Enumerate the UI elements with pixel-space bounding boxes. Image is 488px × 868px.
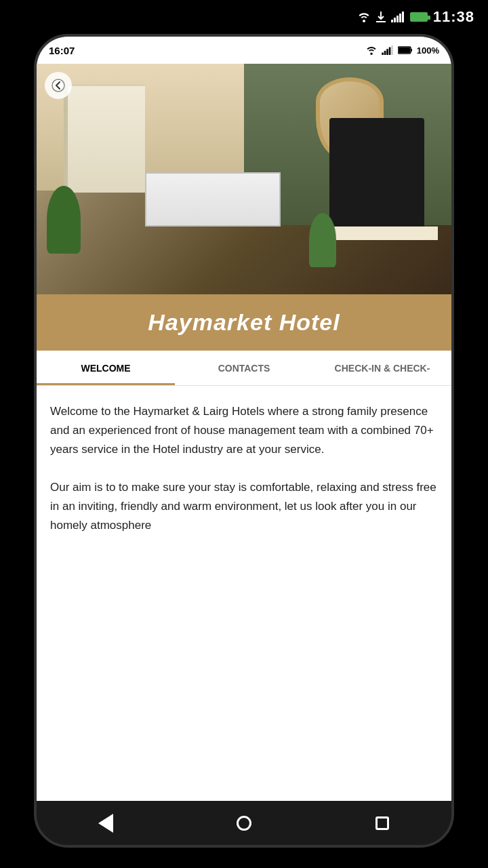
svg-rect-13 <box>411 49 412 52</box>
phone-device: 16:07 100% <box>34 34 454 848</box>
outer-clock: 11:38 <box>433 8 474 26</box>
welcome-paragraph-1: Welcome to the Haymarket & Lairg Hotels … <box>50 402 438 459</box>
back-button[interactable] <box>45 72 72 99</box>
tab-checkin[interactable]: CHECK-IN & CHECK- <box>313 351 451 385</box>
inner-status-bar: 16:07 100% <box>37 37 451 64</box>
svg-rect-7 <box>384 51 386 55</box>
welcome-paragraph-2: Our aim is to to make sure your stay is … <box>50 478 438 535</box>
signal-icon <box>391 12 405 22</box>
svg-rect-4 <box>399 14 401 22</box>
battery-icon <box>410 12 428 22</box>
hotel-banner: Haymarket Hotel <box>37 294 451 351</box>
svg-rect-2 <box>394 18 396 22</box>
outer-status-bar: 11:38 <box>0 0 488 34</box>
content-area: Welcome to the Haymarket & Lairg Hotels … <box>37 386 451 801</box>
tab-welcome[interactable]: WELCOME <box>37 351 175 385</box>
hotel-image <box>37 64 451 294</box>
home-nav-button[interactable] <box>227 806 261 840</box>
svg-rect-1 <box>391 20 393 22</box>
wifi-icon <box>357 12 371 22</box>
inner-signal-icon <box>382 45 394 55</box>
back-nav-icon <box>98 814 113 833</box>
hotel-name: Haymarket Hotel <box>148 309 340 335</box>
outer-status-icons <box>357 12 428 22</box>
svg-rect-3 <box>396 16 399 22</box>
svg-point-14 <box>52 79 64 92</box>
recent-nav-button[interactable] <box>365 806 399 840</box>
arrow-left-icon <box>52 79 65 92</box>
svg-rect-5 <box>402 12 404 22</box>
svg-rect-12 <box>399 47 410 53</box>
download-icon <box>376 12 386 22</box>
svg-rect-0 <box>376 21 386 22</box>
recent-nav-icon <box>375 816 389 830</box>
tab-bar: WELCOME CONTACTS CHECK-IN & CHECK- <box>37 351 451 386</box>
battery-percent: 100% <box>417 45 439 56</box>
inner-battery-icon <box>398 46 413 54</box>
svg-rect-8 <box>386 49 388 55</box>
back-nav-button[interactable] <box>89 806 123 840</box>
bottom-nav <box>37 802 451 845</box>
inner-clock: 16:07 <box>49 45 75 56</box>
svg-rect-6 <box>382 53 384 56</box>
inner-wifi-icon <box>365 45 378 55</box>
inner-status-icons: 100% <box>365 45 439 56</box>
svg-rect-10 <box>391 45 393 55</box>
tab-contacts[interactable]: CONTACTS <box>175 351 313 385</box>
home-nav-icon <box>237 816 251 831</box>
svg-rect-9 <box>389 47 391 55</box>
